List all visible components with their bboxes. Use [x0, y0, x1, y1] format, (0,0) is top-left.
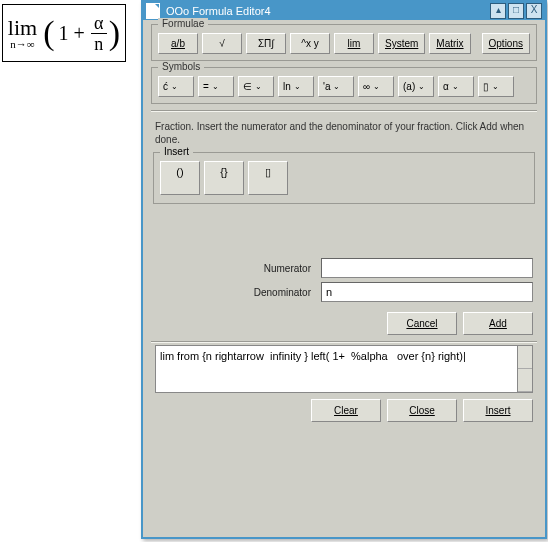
preview-sub: n→∞: [10, 39, 34, 50]
options-button[interactable]: Options: [482, 33, 530, 54]
lim-button[interactable]: lim: [334, 33, 374, 54]
minimize-button[interactable]: ▴: [490, 3, 506, 19]
chevron-down-icon: ⌄: [418, 82, 425, 91]
editor-window: OOo Formula Editor4 ▴ □ X Formulae a/b √…: [141, 0, 547, 539]
formulae-group: Formulae a/b √ ΣΠ∫ ^x y lim System Matri…: [151, 24, 537, 61]
symbol-ln-dropdown[interactable]: ln⌄: [278, 76, 314, 97]
symbol-inf-dropdown[interactable]: ∞⌄: [358, 76, 394, 97]
preview-rparen: ): [109, 18, 120, 49]
preview-lparen: (: [43, 18, 54, 49]
insert-button[interactable]: Insert: [463, 399, 533, 422]
formulae-legend: Formulae: [158, 18, 208, 29]
symbol-eq-dropdown[interactable]: =⌄: [198, 76, 234, 97]
insert-box-button[interactable]: ▯: [248, 161, 288, 195]
system-button[interactable]: System: [378, 33, 425, 54]
preview-lim: lim: [8, 17, 37, 39]
scrollbar[interactable]: [518, 345, 533, 393]
symbols-group: Symbols ć⌄ =⌄ ∈⌄ ln⌄ 'a⌄ ∞⌄ (a)⌄ α⌄ ▯⌄: [151, 67, 537, 104]
chevron-down-icon: ⌄: [171, 82, 178, 91]
scroll-down-icon[interactable]: [518, 369, 532, 392]
insert-brace-button[interactable]: {}: [204, 161, 244, 195]
denominator-input[interactable]: [321, 282, 533, 302]
scroll-up-icon[interactable]: [518, 346, 532, 369]
formula-code-area[interactable]: [155, 345, 518, 393]
add-button[interactable]: Add: [463, 312, 533, 335]
window-title: OOo Formula Editor4: [166, 5, 488, 17]
document-icon: [146, 3, 160, 19]
matrix-button[interactable]: Matrix: [429, 33, 470, 54]
preview-alpha: α: [94, 14, 103, 32]
symbol-box-dropdown[interactable]: ▯⌄: [478, 76, 514, 97]
symbol-set-dropdown[interactable]: ∈⌄: [238, 76, 274, 97]
instruction-text: Fraction. Insert the numerator and the d…: [155, 120, 533, 146]
formula-preview: lim n→∞ ( 1 + α n ): [2, 4, 126, 62]
close-window-button[interactable]: X: [526, 3, 542, 19]
symbol-paren-dropdown[interactable]: (a)⌄: [398, 76, 434, 97]
symbol-accent-dropdown[interactable]: ć⌄: [158, 76, 194, 97]
close-button[interactable]: Close: [387, 399, 457, 422]
chevron-down-icon: ⌄: [373, 82, 380, 91]
sqrt-button[interactable]: √: [202, 33, 242, 54]
maximize-button[interactable]: □: [508, 3, 524, 19]
fraction-button[interactable]: a/b: [158, 33, 198, 54]
clear-button[interactable]: Clear: [311, 399, 381, 422]
preview-oneplus: 1 +: [59, 22, 85, 45]
numerator-input[interactable]: [321, 258, 533, 278]
chevron-down-icon: ⌄: [452, 82, 459, 91]
chevron-down-icon: ⌄: [333, 82, 340, 91]
symbol-alpha-dropdown[interactable]: α⌄: [438, 76, 474, 97]
symbol-prime-dropdown[interactable]: 'a⌄: [318, 76, 354, 97]
insert-paren-button[interactable]: (): [160, 161, 200, 195]
symbols-legend: Symbols: [158, 61, 204, 72]
chevron-down-icon: ⌄: [212, 82, 219, 91]
denominator-label: Denominator: [155, 287, 321, 298]
chevron-down-icon: ⌄: [492, 82, 499, 91]
insert-legend: Insert: [160, 146, 193, 157]
sum-button[interactable]: ΣΠ∫: [246, 33, 286, 54]
insert-group: Insert () {} ▯: [153, 152, 535, 204]
power-button[interactable]: ^x y: [290, 33, 330, 54]
numerator-label: Numerator: [155, 263, 321, 274]
chevron-down-icon: ⌄: [255, 82, 262, 91]
cancel-button[interactable]: Cancel: [387, 312, 457, 335]
preview-denom: n: [94, 35, 103, 53]
chevron-down-icon: ⌄: [294, 82, 301, 91]
